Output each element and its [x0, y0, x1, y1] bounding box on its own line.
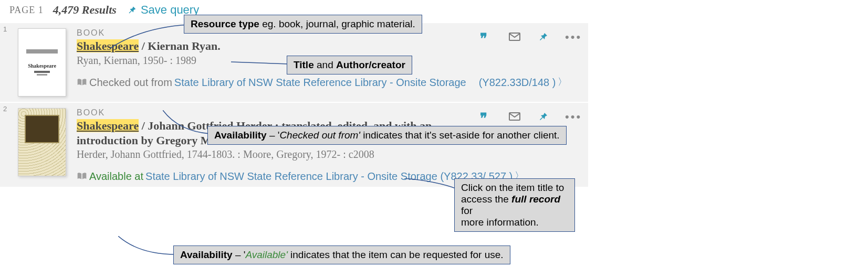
- book-icon: [77, 78, 87, 87]
- result-number: 2: [3, 105, 7, 113]
- call-number: (Y822.33D/148 ): [479, 75, 556, 90]
- availability-line[interactable]: Checked out from State Library of NSW St…: [77, 75, 574, 90]
- book-icon: [77, 172, 87, 181]
- pin-icon[interactable]: [537, 30, 549, 43]
- callout-checked-out: Availability – 'Checked out from' indica…: [207, 126, 567, 145]
- more-icon[interactable]: •••: [565, 110, 578, 123]
- title-highlight: Shakespeare: [77, 119, 139, 132]
- result-byline: Herder, Johann Gottfried, 1744-1803. : M…: [77, 148, 574, 161]
- result-actions: ❞ •••: [480, 110, 578, 123]
- email-icon[interactable]: [508, 30, 521, 43]
- result-thumbnail[interactable]: [18, 108, 66, 176]
- result-item: 2 BOOK Shakespeare / Johann Gottfried He…: [0, 103, 588, 187]
- callout-resource-type: Resource type eg. book, journal, graphic…: [184, 15, 422, 34]
- chevron-right-icon[interactable]: 〉: [558, 76, 567, 89]
- more-icon[interactable]: •••: [565, 30, 578, 43]
- availability-status: Checked out from: [89, 75, 172, 90]
- result-number: 1: [3, 25, 7, 33]
- availability-status: Available at: [89, 169, 143, 184]
- results-header: PAGE 1 4,479 Results Save query: [0, 0, 868, 22]
- title-rest: / Kiernan Ryan.: [139, 39, 221, 52]
- page-label: PAGE 1: [9, 5, 44, 16]
- results-count: 4,479 Results: [53, 3, 117, 17]
- result-actions: ❞ •••: [480, 30, 578, 43]
- cite-icon[interactable]: ❞: [480, 110, 493, 123]
- callout-title-author: Title and Author/creator: [287, 56, 412, 74]
- callout-full-record: Click on the item title to access the fu…: [454, 178, 575, 232]
- pin-icon[interactable]: [537, 110, 549, 123]
- pin-icon: [126, 4, 138, 16]
- title-highlight: Shakespeare: [77, 39, 139, 52]
- callout-available: Availability – 'Available' indicates tha…: [173, 245, 510, 264]
- location-link[interactable]: State Library of NSW State Reference Lib…: [174, 75, 466, 90]
- result-thumbnail[interactable]: Shakespeare: [18, 28, 66, 97]
- email-icon[interactable]: [508, 110, 521, 123]
- cite-icon[interactable]: ❞: [480, 30, 493, 43]
